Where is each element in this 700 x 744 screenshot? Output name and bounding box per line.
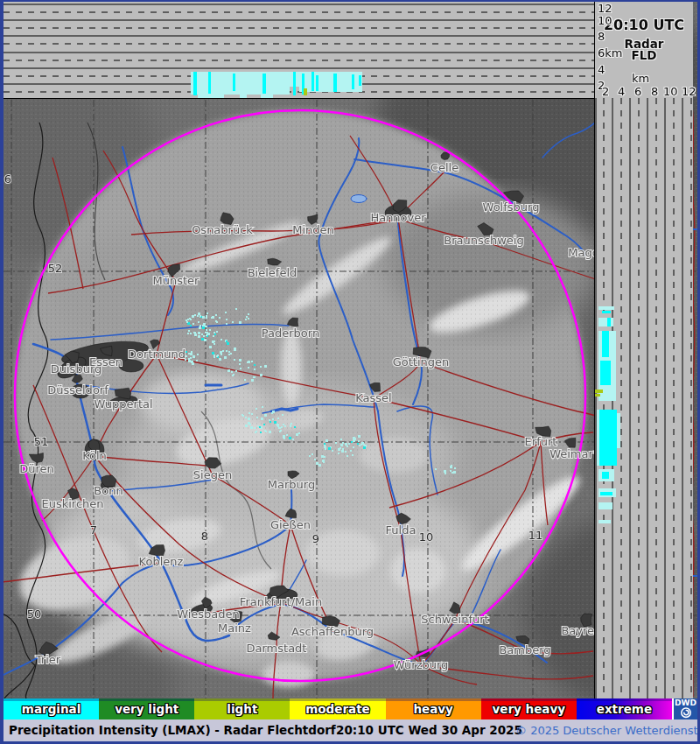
copyright-text: © 2025 Deutscher Wetterdienst <box>515 724 698 737</box>
legend-label: extreme <box>597 702 652 716</box>
radar-code: FLD <box>631 48 656 62</box>
header-corner: 20:10 UTC Radar FLD km 121086km42 246810… <box>594 2 693 99</box>
legend-label: very light <box>115 702 178 716</box>
frame-border-left <box>0 0 4 744</box>
dwd-logo-text: DWD <box>675 699 696 707</box>
city-label: Koblenz <box>139 555 184 568</box>
city-label: Paderborn <box>262 326 319 340</box>
city-label: Duisburg <box>51 362 102 376</box>
city-label: Bamberg <box>499 643 550 656</box>
city-label: Wolfsburg <box>483 200 540 214</box>
height-tick: 4 <box>598 63 605 76</box>
km-tick: 2 <box>602 85 609 98</box>
side-cross-section <box>594 98 693 698</box>
legend-item-very-heavy: very heavy <box>481 698 577 719</box>
city-label: Düsseldorf <box>47 383 108 397</box>
city-label: Braunschweig <box>444 234 523 247</box>
height-tick: 10 <box>598 14 612 27</box>
height-tick: 12 <box>598 2 612 15</box>
graticule-label: 11 <box>528 529 543 542</box>
city-label: Frankfurt/Main <box>240 595 322 608</box>
city-label: Wiesbaden <box>177 607 240 621</box>
city-label: Hannover <box>370 211 426 224</box>
city-label: Würzburg <box>394 658 449 671</box>
city-label: Minden <box>292 223 334 236</box>
legend-item-very-light: very light <box>99 698 194 719</box>
intensity-legend: marginalvery lightlightmoderateheavyvery… <box>4 698 697 719</box>
city-label: Osnabrück <box>192 223 253 236</box>
radar-product-window: CelleHannoverWolfsburgBraunschweigMagdeb… <box>0 0 700 744</box>
city-label: Köln <box>82 449 107 462</box>
city-label: Wuppertal <box>94 397 152 411</box>
city-label: Marburg <box>268 478 315 491</box>
graticule-label: 9 <box>312 532 319 545</box>
side-cross-section-plot <box>595 98 693 698</box>
city-label: Gießen <box>270 518 311 531</box>
legend-item-extreme: extreme <box>577 698 672 719</box>
legend-label: marginal <box>22 702 80 716</box>
graticule-label: 6 <box>4 172 11 186</box>
city-label: Darmstadt <box>247 642 307 655</box>
legend-label: light <box>227 702 257 716</box>
status-bar: Precipitation Intensity (LMAX) - Radar F… <box>4 719 697 741</box>
legend-item-moderate: moderate <box>290 698 385 719</box>
legend-label: moderate <box>305 702 370 716</box>
legend-item-light: light <box>194 698 290 719</box>
legend-item-marginal: marginal <box>4 698 99 719</box>
city-label: Weimar <box>550 447 593 460</box>
legend-item-heavy: heavy <box>386 698 481 719</box>
dwd-spiral-icon <box>679 707 693 719</box>
city-label: Siegen <box>193 468 232 481</box>
graticule-label: 51 <box>34 435 49 448</box>
legend-label: very heavy <box>492 702 565 716</box>
graticule-label: 50 <box>27 607 42 621</box>
km-tick: 8 <box>651 85 658 98</box>
km-tick: 4 <box>618 85 625 98</box>
city-label: Mainz <box>218 621 251 635</box>
status-datetime: 20:10 UTC Wed 30 Apr 2025 <box>336 723 522 737</box>
height-tick: 6km <box>598 46 622 60</box>
dwd-logo: DWD <box>672 698 697 719</box>
km-tick: 6 <box>634 85 641 98</box>
km-axis-unit: km <box>632 72 649 85</box>
frame-border-top <box>0 0 700 2</box>
city-label: Celle <box>430 161 458 174</box>
city-label: Münster <box>153 274 200 287</box>
city-label: Dortmund <box>128 347 186 361</box>
legend-label: heavy <box>413 702 452 716</box>
km-tick: 10 <box>663 85 678 98</box>
city-label: Schweinfurt <box>421 613 488 626</box>
city-label: Fulda <box>386 523 416 537</box>
graticule-label: 7 <box>90 523 97 537</box>
city-label: Trier <box>35 653 61 666</box>
legend-blocks: marginalvery lightlightmoderateheavyvery… <box>4 698 672 719</box>
city-label: Bielefeld <box>248 266 298 279</box>
top-cross-section <box>4 2 594 99</box>
city-label: Erfurt <box>525 435 557 448</box>
city-label: Kassel <box>355 391 391 404</box>
city-label: Düren <box>19 462 54 475</box>
city-label: Aschaffenburg <box>291 625 374 638</box>
graticule-label: 10 <box>419 530 434 544</box>
height-tick: 8 <box>598 30 605 43</box>
km-tick: 12 <box>682 85 696 98</box>
city-label: Bonn <box>94 484 122 497</box>
product-title: Precipitation Intensity (LMAX) - Radar F… <box>9 723 336 737</box>
top-cross-section-plot <box>4 2 594 98</box>
city-label: Euskirchen <box>41 497 103 510</box>
graticule-label: 8 <box>201 530 208 543</box>
graticule-label: 52 <box>48 262 63 275</box>
city-label: Göttingen <box>393 355 450 368</box>
